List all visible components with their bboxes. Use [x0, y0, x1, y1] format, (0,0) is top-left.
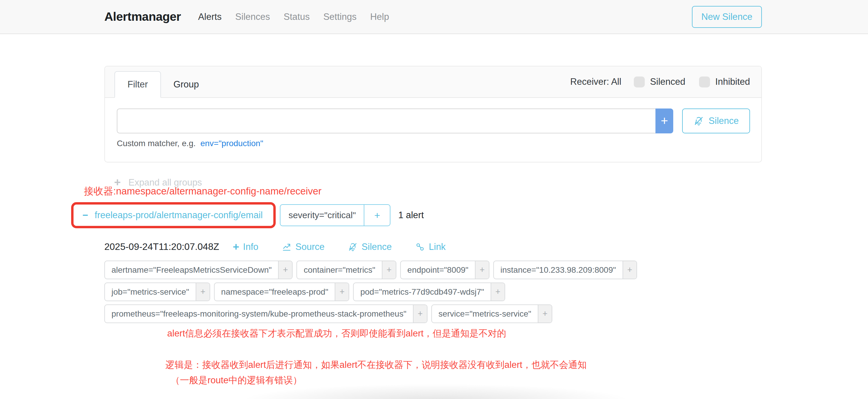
filter-tabs: Filter Group [115, 66, 211, 97]
nav-item-settings[interactable]: Settings [323, 11, 356, 22]
label-tag-endpoint: endpoint="8009" + [400, 260, 490, 279]
silence-button-label: Silence [709, 116, 739, 126]
receiver-group-name: freeleaps-prod/alertmanager-config/email [95, 210, 262, 220]
add-matcher-button[interactable]: + [655, 109, 673, 133]
label-tag-prometheus: prometheus="freeleaps-monitoring-system/… [104, 304, 428, 323]
main-content: Filter Group Receiver: All Silenced Inhi… [0, 66, 868, 387]
add-label-filter-button[interactable]: + [335, 283, 349, 301]
silenced-checkbox-label[interactable]: Silenced [650, 76, 685, 87]
label-tag-text[interactable]: endpoint="8009" [401, 261, 475, 279]
navbar: Alertmanager Alerts Silences Status Sett… [0, 0, 868, 34]
silence-action-label: Silence [362, 242, 392, 252]
helper-example-link[interactable]: env="production" [200, 139, 263, 148]
groups-section: + Expand all groups 接收器:namespace/alterm… [104, 176, 762, 228]
label-row: alertname="FreeleapsMetricsServiceDown" … [104, 260, 762, 279]
bell-slash-icon [348, 242, 358, 252]
label-tag-text[interactable]: service="metrics-service" [432, 305, 538, 323]
add-label-filter-button[interactable]: + [623, 261, 637, 279]
group-matcher-label: severity="critical" [280, 205, 364, 225]
filter-card-header: Filter Group Receiver: All Silenced Inhi… [105, 66, 761, 98]
label-tag-text[interactable]: prometheus="freeleaps-monitoring-system/… [105, 305, 413, 323]
alert-timestamp: 2025-09-24T11:20:07.048Z [104, 241, 219, 252]
receiver-group-button[interactable]: − freeleaps-prod/alertmanager-config/ema… [73, 205, 273, 226]
alert-count: 1 alert [398, 210, 424, 220]
matcher-input-row: + Silence [117, 109, 750, 133]
receiver-filter-label[interactable]: Receiver: All [570, 76, 621, 87]
filter-card-body: + Silence Custom matcher, e.g. env="prod… [105, 98, 761, 162]
filter-card: Filter Group Receiver: All Silenced Inhi… [104, 66, 762, 162]
annotation-line-3: （一般是route中的逻辑有错误） [171, 374, 762, 387]
label-tag-job: job="metrics-service" + [104, 282, 210, 301]
add-label-filter-button[interactable]: + [413, 305, 427, 323]
alert-labels: alertname="FreeleapsMetricsServiceDown" … [104, 260, 762, 323]
label-tag-text[interactable]: pod="metrics-77d9cdb497-wdsj7" [354, 283, 491, 301]
group-matcher-chip: severity="critical" + [280, 204, 391, 226]
annotation-box: − freeleaps-prod/alertmanager-config/ema… [71, 202, 276, 228]
source-action-label: Source [296, 242, 324, 252]
info-action-label: Info [243, 242, 258, 252]
minus-icon: − [83, 210, 88, 221]
annotation-line-1: alert信息必须在接收器下才表示配置成功，否则即使能看到alert，但是通知是… [167, 327, 762, 340]
label-row: prometheus="freeleaps-monitoring-system/… [104, 304, 762, 323]
alert-header: 2025-09-24T11:20:07.048Z + Info Source [104, 241, 762, 252]
inhibited-checkbox-label[interactable]: Inhibited [715, 76, 750, 87]
link-action-label: Link [429, 242, 446, 252]
label-row: job="metrics-service" + namespace="freel… [104, 282, 762, 301]
tab-filter[interactable]: Filter [115, 71, 161, 98]
label-tag-namespace: namespace="freeleaps-prod" + [214, 282, 349, 301]
source-action[interactable]: Source [282, 242, 324, 252]
add-label-filter-button[interactable]: + [382, 261, 396, 279]
add-label-filter-button[interactable]: + [491, 283, 504, 301]
label-tag-text[interactable]: instance="10.233.98.209:8009" [494, 261, 623, 279]
new-silence-button[interactable]: New Silence [692, 6, 762, 28]
nav-item-status[interactable]: Status [284, 11, 310, 22]
matcher-helper-text: Custom matcher, e.g. env="production" [117, 139, 750, 148]
label-tag-text[interactable]: container="metrics" [297, 261, 382, 279]
label-tag-instance: instance="10.233.98.209:8009" + [493, 260, 637, 279]
label-tag-service: service="metrics-service" + [431, 304, 552, 323]
matcher-input[interactable] [117, 109, 655, 133]
helper-text: Custom matcher, e.g. [117, 139, 196, 148]
silence-action[interactable]: Silence [348, 242, 392, 252]
plus-icon: + [233, 241, 239, 252]
info-action[interactable]: + Info [233, 241, 258, 252]
annotation-line-2: 逻辑是：接收器收到alert后进行通知，如果alert不在接收器下，说明接收器没… [165, 359, 762, 371]
label-tag-alertname: alertname="FreeleapsMetricsServiceDown" … [104, 260, 292, 279]
link-action[interactable]: Link [415, 242, 446, 252]
nav-item-help[interactable]: Help [370, 11, 389, 22]
alert-group-row: − freeleaps-prod/alertmanager-config/ema… [71, 202, 762, 228]
add-label-filter-button[interactable]: + [278, 261, 292, 279]
add-label-filter-button[interactable]: + [538, 305, 552, 323]
tab-group[interactable]: Group [161, 72, 211, 97]
plus-icon: + [374, 210, 380, 221]
add-group-matcher-button[interactable]: + [364, 205, 390, 225]
label-tag-text[interactable]: alertname="FreeleapsMetricsServiceDown" [105, 261, 278, 279]
chart-icon [282, 242, 292, 252]
silenced-checkbox[interactable] [634, 76, 645, 87]
add-label-filter-button[interactable]: + [196, 283, 210, 301]
silence-from-filter-button[interactable]: Silence [682, 109, 750, 133]
add-label-filter-button[interactable]: + [475, 261, 489, 279]
app-brand[interactable]: Alertmanager [104, 10, 181, 24]
nav-item-alerts[interactable]: Alerts [198, 11, 221, 22]
label-tag-pod: pod="metrics-77d9cdb497-wdsj7" + [353, 282, 505, 301]
inhibited-checkbox[interactable] [699, 76, 710, 87]
plus-icon: + [661, 114, 668, 128]
label-tag-text[interactable]: namespace="freeleaps-prod" [215, 283, 335, 301]
annotation-receiver-text: 接收器:namespace/altermanager-config-name/r… [84, 185, 762, 198]
label-tag-text[interactable]: job="metrics-service" [105, 283, 196, 301]
link-icon [415, 242, 425, 252]
filter-header-right: Receiver: All Silenced Inhibited [570, 76, 752, 87]
label-tag-container: container="metrics" + [297, 260, 396, 279]
bell-slash-icon [693, 116, 704, 126]
nav-item-silences[interactable]: Silences [236, 11, 270, 22]
